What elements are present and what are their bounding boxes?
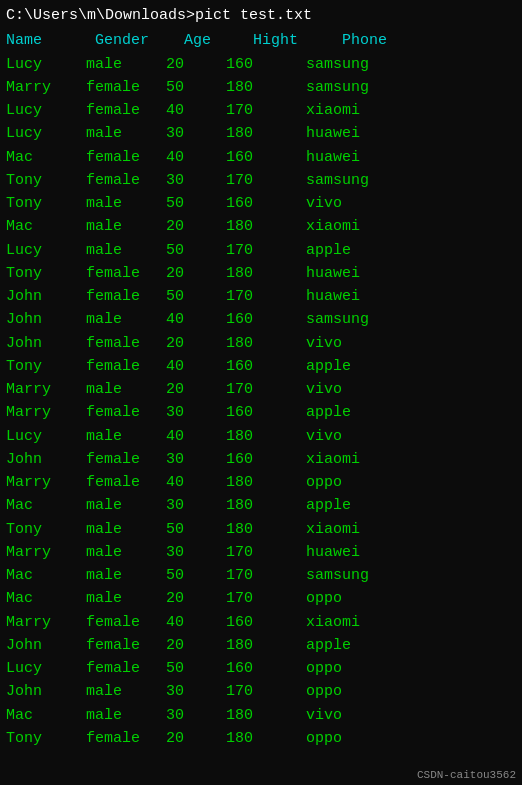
- cell-name: Tony: [6, 192, 86, 215]
- cell-gender: male: [86, 704, 166, 727]
- cell-phone: huawei: [306, 122, 360, 145]
- cell-hight: 160: [226, 308, 306, 331]
- cell-gender: male: [86, 378, 166, 401]
- table-row: Tonyfemale30170samsung: [6, 169, 516, 192]
- cell-name: Marry: [6, 378, 86, 401]
- cell-phone: oppo: [306, 657, 342, 680]
- cell-name: Lucy: [6, 53, 86, 76]
- cell-gender: female: [86, 657, 166, 680]
- cell-phone: vivo: [306, 425, 342, 448]
- cell-phone: xiaomi: [306, 448, 360, 471]
- cell-gender: female: [86, 727, 166, 750]
- cell-phone: xiaomi: [306, 99, 360, 122]
- cell-name: Marry: [6, 471, 86, 494]
- cell-name: John: [6, 634, 86, 657]
- cell-hight: 160: [226, 192, 306, 215]
- cell-phone: oppo: [306, 680, 342, 703]
- cell-phone: huawei: [306, 146, 360, 169]
- table-row: Tonyfemale20180huawei: [6, 262, 516, 285]
- cell-name: Tony: [6, 355, 86, 378]
- cell-phone: vivo: [306, 704, 342, 727]
- cell-phone: apple: [306, 355, 351, 378]
- cell-hight: 170: [226, 680, 306, 703]
- table-row: Tonymale50180xiaomi: [6, 518, 516, 541]
- cell-age: 50: [166, 192, 226, 215]
- cell-phone: samsung: [306, 76, 369, 99]
- table-row: Johnmale40160samsung: [6, 308, 516, 331]
- cell-gender: male: [86, 215, 166, 238]
- cell-age: 30: [166, 169, 226, 192]
- cell-age: 50: [166, 239, 226, 262]
- cell-gender: male: [86, 680, 166, 703]
- cell-name: Tony: [6, 262, 86, 285]
- cell-name: Lucy: [6, 425, 86, 448]
- cell-phone: huawei: [306, 541, 360, 564]
- cell-gender: female: [86, 611, 166, 634]
- cell-age: 50: [166, 564, 226, 587]
- cell-name: Mac: [6, 587, 86, 610]
- cell-phone: xiaomi: [306, 611, 360, 634]
- table-row: Macmale30180apple: [6, 494, 516, 517]
- cell-age: 30: [166, 448, 226, 471]
- header-hight: Hight: [253, 29, 333, 52]
- table-row: Johnmale30170oppo: [6, 680, 516, 703]
- cell-gender: female: [86, 285, 166, 308]
- cell-gender: female: [86, 332, 166, 355]
- cell-name: Marry: [6, 611, 86, 634]
- cell-gender: female: [86, 448, 166, 471]
- cell-age: 50: [166, 518, 226, 541]
- cell-name: Mac: [6, 494, 86, 517]
- table-row: Marrymale30170huawei: [6, 541, 516, 564]
- cell-hight: 180: [226, 215, 306, 238]
- cell-hight: 170: [226, 239, 306, 262]
- cell-phone: oppo: [306, 727, 342, 750]
- cell-age: 40: [166, 355, 226, 378]
- table-row: Marrymale20170vivo: [6, 378, 516, 401]
- cell-age: 30: [166, 494, 226, 517]
- cell-age: 50: [166, 285, 226, 308]
- cell-gender: male: [86, 192, 166, 215]
- cell-phone: xiaomi: [306, 518, 360, 541]
- cell-gender: female: [86, 471, 166, 494]
- cell-hight: 180: [226, 425, 306, 448]
- cell-hight: 180: [226, 727, 306, 750]
- cell-gender: male: [86, 308, 166, 331]
- cell-gender: male: [86, 425, 166, 448]
- header-gender: Gender: [95, 29, 175, 52]
- cell-gender: male: [86, 239, 166, 262]
- cell-gender: male: [86, 541, 166, 564]
- cell-phone: samsung: [306, 53, 369, 76]
- cell-name: Lucy: [6, 657, 86, 680]
- cell-hight: 170: [226, 285, 306, 308]
- cell-age: 20: [166, 378, 226, 401]
- table-row: Marryfemale30160apple: [6, 401, 516, 424]
- cell-phone: vivo: [306, 332, 342, 355]
- table-row: Lucyfemale50160oppo: [6, 657, 516, 680]
- cell-name: John: [6, 332, 86, 355]
- watermark: CSDN-caitou3562: [417, 769, 516, 781]
- cell-age: 20: [166, 262, 226, 285]
- table-row: Lucymale50170apple: [6, 239, 516, 262]
- cell-age: 20: [166, 215, 226, 238]
- cell-age: 40: [166, 611, 226, 634]
- cell-hight: 180: [226, 518, 306, 541]
- cell-hight: 160: [226, 355, 306, 378]
- header-phone: Phone: [342, 29, 387, 52]
- cell-name: Marry: [6, 541, 86, 564]
- cell-hight: 170: [226, 587, 306, 610]
- cell-gender: female: [86, 99, 166, 122]
- cell-age: 30: [166, 680, 226, 703]
- cell-hight: 160: [226, 53, 306, 76]
- cell-name: Mac: [6, 215, 86, 238]
- cell-gender: female: [86, 169, 166, 192]
- table-row: Johnfemale50170huawei: [6, 285, 516, 308]
- table-row: Lucymale20160samsung: [6, 53, 516, 76]
- cell-name: Lucy: [6, 122, 86, 145]
- cell-name: Tony: [6, 169, 86, 192]
- cell-hight: 180: [226, 122, 306, 145]
- table-body: Lucymale20160samsungMarryfemale50180sams…: [6, 53, 516, 751]
- cell-gender: female: [86, 355, 166, 378]
- cell-phone: samsung: [306, 169, 369, 192]
- cell-hight: 170: [226, 169, 306, 192]
- cell-age: 50: [166, 657, 226, 680]
